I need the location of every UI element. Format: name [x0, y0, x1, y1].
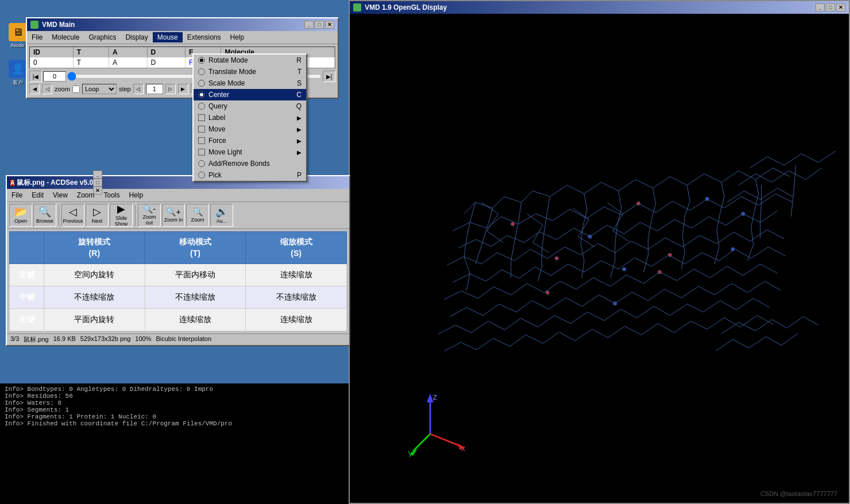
- frame-input[interactable]: [43, 71, 66, 82]
- menu-file[interactable]: File: [27, 32, 47, 42]
- step-decrement[interactable]: ◁: [133, 84, 144, 94]
- row-header-middle: 中键: [10, 286, 44, 309]
- acdsee-menu-edit[interactable]: Edit: [27, 190, 48, 200]
- rotate-radio: [198, 57, 205, 64]
- play-back-btn[interactable]: ◀: [29, 84, 40, 94]
- client-label: 客户: [13, 79, 23, 87]
- slideshow-button[interactable]: ▶ Slide Show: [110, 204, 133, 227]
- browse-label: Browse: [36, 218, 53, 224]
- force-arrow: ▶: [297, 138, 302, 144]
- playback-start[interactable]: |◀: [29, 71, 42, 82]
- status-dimensions: 529x173x32b png: [80, 335, 130, 344]
- svg-text:y: y: [408, 448, 412, 457]
- cell-move-right: 连续缩放: [145, 309, 246, 331]
- table-row-left-click: 左键 空间内旋转 平面内移动 连续缩放: [10, 264, 347, 286]
- svg-text:z: z: [433, 392, 437, 401]
- acdsee-minimize[interactable]: _: [93, 170, 102, 179]
- label-checkbox: [198, 114, 205, 121]
- menu-pick[interactable]: Pick P: [194, 169, 306, 181]
- zoomout-button[interactable]: 🔍- Zoom out: [138, 204, 161, 227]
- zoom-checkbox[interactable]: [72, 86, 80, 93]
- force-label: Force: [208, 137, 226, 145]
- movelight-checkbox: [198, 149, 205, 156]
- acdsee-menu-file[interactable]: File: [7, 190, 27, 200]
- menu-graphics[interactable]: Graphics: [84, 32, 121, 42]
- acdsee-maximize[interactable]: □: [93, 179, 102, 187]
- menu-move-light[interactable]: Move Light ▶: [194, 146, 306, 158]
- acdsee-menu-help[interactable]: Help: [125, 190, 148, 200]
- next-icon: ▷: [93, 207, 101, 217]
- acdsee-menu-view[interactable]: View: [48, 190, 72, 200]
- step-input[interactable]: [146, 84, 163, 94]
- zoomout-icon: 🔍-: [143, 205, 156, 213]
- vmd-display-close[interactable]: ✕: [836, 3, 845, 11]
- menu-center-mode[interactable]: Center C: [194, 89, 306, 100]
- toolbar-sep2: [135, 205, 136, 226]
- vmd-display-maximize[interactable]: □: [826, 3, 835, 11]
- loop-select[interactable]: Loop Once Bounce: [82, 84, 117, 94]
- pick-shortcut: P: [297, 171, 302, 179]
- center-radio: [198, 91, 205, 98]
- menu-translate-mode[interactable]: Translate Mode T: [194, 66, 306, 77]
- zoom-button[interactable]: 🔍 Zoom: [186, 204, 209, 227]
- addbonds-label: Add/Remove Bonds: [208, 160, 270, 168]
- svg-line-19: [430, 434, 459, 445]
- th-scale: 缩放模式(S): [246, 232, 347, 264]
- menu-label[interactable]: Label ▶: [194, 112, 306, 123]
- vmd-main-titlebar: VMD Main _ □ ✕: [27, 18, 338, 31]
- menu-display[interactable]: Display: [121, 32, 152, 42]
- vmd-menubar: File Molecule Graphics Display Mouse Ext…: [27, 31, 338, 44]
- menu-move[interactable]: Move ▶: [194, 123, 306, 135]
- next-button[interactable]: ▷ Next: [86, 204, 109, 227]
- col-id: ID: [30, 47, 73, 57]
- audio-button[interactable]: 🔊 Au...: [210, 204, 233, 227]
- col-d: D: [147, 47, 185, 57]
- svg-point-11: [658, 270, 662, 274]
- svg-point-9: [546, 291, 549, 294]
- menu-force[interactable]: Force ▶: [194, 135, 306, 146]
- vmd-display-minimize[interactable]: _: [816, 3, 825, 11]
- translate-shortcut: T: [298, 68, 302, 76]
- th-move: 移动模式(T): [145, 232, 246, 264]
- svg-line-16: [413, 434, 430, 451]
- acdsee-toolbar: 📂 Open 🔍 Browse ◁ Previous ▷ Next ▶ Slid…: [7, 202, 349, 229]
- prev-label: Previous: [63, 218, 83, 224]
- cell-move-middle: 不连续缩放: [145, 286, 246, 309]
- step-increment[interactable]: ▷: [165, 84, 176, 94]
- vmd-main-close[interactable]: ✕: [325, 21, 334, 29]
- play-fwd-btn[interactable]: ▶: [178, 84, 188, 94]
- watermark: CSDN @taotaotao7777777: [760, 490, 837, 497]
- console-line-4: Info> Segments: 1: [5, 406, 344, 413]
- audio-icon: 🔊: [215, 207, 228, 217]
- zoom-icon: 🔍: [193, 208, 203, 216]
- menu-addbonds[interactable]: Add/Remove Bonds: [194, 158, 306, 169]
- menu-molecule[interactable]: Molecule: [47, 32, 84, 42]
- menu-mouse[interactable]: Mouse: [153, 32, 183, 42]
- acdsee-table-container: 旋转模式(R) 移动模式(T) 缩放模式(S) 左键 空间内旋转 平面内移动 连…: [7, 229, 349, 334]
- browse-button[interactable]: 🔍 Browse: [33, 204, 56, 227]
- acdsee-menu-zoom[interactable]: Zoom: [72, 190, 99, 200]
- vmd-main-minimize[interactable]: _: [304, 21, 314, 29]
- addbonds-radio: [198, 160, 205, 167]
- acdsee-menubar: File Edit View Zoom Tools Help: [7, 189, 349, 202]
- acdsee-menu-tools[interactable]: Tools: [99, 190, 125, 200]
- vmd-main-maximize[interactable]: □: [315, 21, 324, 29]
- menu-extensions[interactable]: Extensions: [183, 32, 226, 42]
- menu-scale-mode[interactable]: Scale Mode S: [194, 77, 306, 89]
- axes-indicator: z y x: [407, 388, 476, 457]
- menu-help[interactable]: Help: [226, 32, 249, 42]
- menu-rotate-mode[interactable]: Rotate Mode R: [194, 55, 306, 66]
- menu-query-mode[interactable]: Query Q: [194, 100, 306, 112]
- move-label: Move: [208, 125, 225, 133]
- open-button[interactable]: 📂 Open: [9, 204, 32, 227]
- col-a: A: [109, 47, 147, 57]
- play-prev-btn[interactable]: ◁: [42, 84, 52, 94]
- cell-a: A: [109, 57, 147, 68]
- query-shortcut: Q: [296, 102, 302, 110]
- zoomin-button[interactable]: 🔍+ Zoom in: [162, 204, 185, 227]
- previous-button[interactable]: ◁ Previous: [61, 204, 84, 227]
- status-zoom: 100%: [135, 335, 151, 344]
- prev-icon: ◁: [69, 207, 77, 217]
- playback-end[interactable]: ▶|: [323, 71, 335, 82]
- console-line-6: Info> Finished with coordinate file C:/P…: [5, 420, 344, 427]
